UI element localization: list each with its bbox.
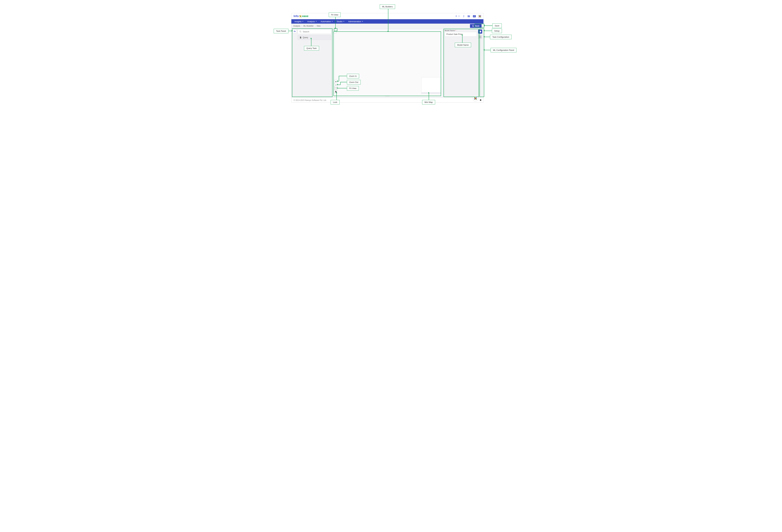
shapes-icon — [293, 30, 296, 33]
callout-task-panel: Task Panel — [274, 29, 288, 33]
app-header: Info eave 33 — [291, 13, 484, 19]
chevron-right-icon: › — [301, 25, 302, 27]
task-search[interactable] — [298, 29, 331, 34]
setup-button[interactable] — [478, 30, 482, 34]
svg-rect-1 — [468, 15, 468, 17]
callout-task-configuration: Task Configuration — [490, 35, 511, 39]
chevron-down-icon: ▼ — [316, 21, 317, 22]
nav-item-studio[interactable]: Studio▼ — [335, 19, 347, 24]
footer-copyright: © 2013-2023 Noesys Software Pvt. Ltd. — [293, 99, 327, 101]
svg-rect-6 — [294, 31, 294, 32]
fit-view-top-button[interactable] — [333, 30, 336, 33]
brand-menu-button[interactable] — [478, 15, 481, 18]
svg-line-9 — [301, 32, 301, 32]
save-label: Save — [475, 25, 479, 27]
bug-icon[interactable]: ✱ — [480, 99, 482, 101]
minus-icon — [335, 84, 337, 86]
callout-fit-view: Fit View — [347, 86, 359, 91]
svg-rect-3 — [469, 15, 469, 17]
brand-weave-icon — [478, 15, 481, 18]
save-button[interactable]: Save — [470, 24, 482, 28]
task-item-label: Query — [303, 36, 308, 39]
task-configuration-button[interactable] — [478, 35, 482, 39]
footer-brand-button[interactable] — [473, 96, 478, 101]
callout-save: Save — [492, 24, 502, 28]
monitor-button[interactable] — [473, 15, 476, 17]
bell-icon — [455, 15, 457, 17]
chevron-down-icon: ▼ — [302, 21, 304, 22]
help-icon — [462, 15, 465, 17]
callout-model-name: Model Name — [455, 43, 471, 47]
svg-rect-2 — [468, 15, 469, 17]
search-icon — [299, 31, 301, 33]
gear-icon — [479, 30, 482, 33]
brand-weave-icon — [474, 97, 477, 100]
save-icon — [472, 25, 474, 27]
nav-item-analysis[interactable]: Analysis▼ — [306, 19, 319, 24]
clock-icon — [479, 36, 482, 38]
breadcrumb-row: Analysis › ML Modeller › New Save — [291, 24, 484, 28]
library-button[interactable] — [467, 15, 470, 17]
dash-icon — [334, 31, 336, 32]
help-button[interactable] — [462, 15, 465, 17]
nav-item-automation[interactable]: Automation▼ — [319, 19, 335, 24]
main-nav: Insights▼ Analysis▼ Automation▼ Studio▼ … — [291, 19, 484, 24]
monitor-icon — [473, 15, 476, 17]
logo-text-eave: eave — [302, 14, 309, 18]
callout-zoom-in: Zoom In — [347, 74, 359, 78]
task-search-input[interactable] — [303, 31, 330, 33]
chevron-down-icon: ▼ — [343, 21, 345, 22]
plus-icon — [335, 81, 337, 82]
breadcrumb-analysis[interactable]: Analysis — [293, 25, 300, 27]
callout-ml-config-panel: ML Configuration Panel — [491, 48, 517, 52]
breadcrumb-new[interactable]: New — [317, 25, 320, 27]
chevron-down-icon: ▼ — [331, 21, 333, 22]
callout-zoom-out: Zoom Out — [347, 80, 361, 84]
callout-query-task: Query Task — [304, 46, 319, 50]
app-body: Query — [291, 28, 484, 98]
ml-config-panel: Model Name* — [444, 28, 484, 98]
model-name-input[interactable] — [445, 32, 477, 37]
app-window: Info eave 33 — [291, 13, 484, 103]
logo[interactable]: Info eave — [293, 14, 309, 18]
notification-count: 33 — [458, 15, 460, 17]
header-icons: 33 — [455, 15, 481, 18]
svg-rect-10 — [334, 31, 336, 32]
svg-point-7 — [295, 31, 295, 32]
notifications-button[interactable]: 33 — [455, 15, 460, 17]
callout-ml-builders: ML Builders — [380, 4, 395, 9]
nav-item-insights[interactable]: Insights▼ — [293, 19, 306, 24]
nav-item-administration[interactable]: Administration▼ — [347, 19, 365, 24]
svg-point-8 — [300, 31, 301, 32]
app-footer: © 2013-2023 Noesys Software Pvt. Ltd. ✱ — [291, 98, 484, 102]
task-shapes-button[interactable] — [293, 29, 297, 33]
task-item-query[interactable]: Query — [298, 35, 331, 40]
canvas-resize-handle[interactable] — [385, 96, 390, 97]
library-icon — [467, 15, 470, 17]
svg-rect-4 — [469, 15, 470, 17]
callout-mini-map: Mini Map — [422, 100, 435, 104]
mini-map[interactable] — [421, 77, 441, 94]
callout-setup: Setup — [492, 29, 502, 33]
chevron-right-icon: › — [315, 25, 316, 27]
chevron-down-icon: ▼ — [362, 21, 363, 22]
task-panel: Query — [291, 28, 332, 98]
callout-fit-view-top: Fit View — [329, 12, 341, 17]
canvas-controls — [334, 80, 337, 93]
model-name-label: Model Name* — [445, 30, 477, 31]
logo-weave-icon — [299, 15, 302, 17]
callout-lock: Lock — [331, 100, 340, 104]
breadcrumb-ml-modeller[interactable]: ML Modeller — [304, 25, 314, 27]
document-icon — [300, 36, 301, 39]
fit-view-icon — [335, 87, 337, 89]
logo-text-info: Info — [293, 14, 299, 18]
